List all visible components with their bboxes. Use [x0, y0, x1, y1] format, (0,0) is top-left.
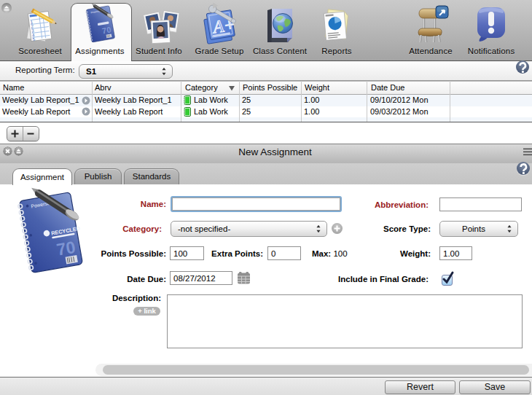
svg-text:70: 70: [101, 25, 112, 35]
